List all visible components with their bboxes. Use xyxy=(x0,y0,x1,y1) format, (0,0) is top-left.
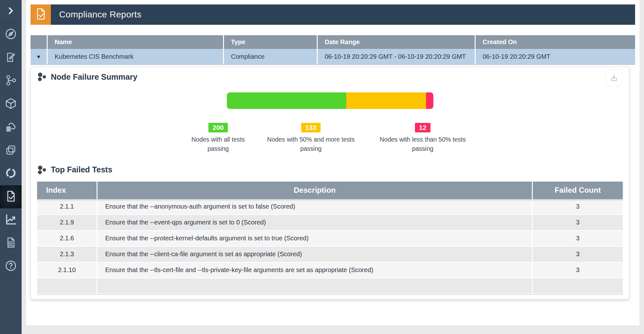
sidebar-nav xyxy=(0,0,22,334)
layers-icon xyxy=(5,144,17,157)
legend-label: Nodes with 50% and more tests passing xyxy=(260,135,362,154)
expander-column-header xyxy=(31,35,48,49)
sidebar-item-workloads[interactable] xyxy=(0,93,22,116)
description-cell: Ensure that the --tls-cert-file and --tl… xyxy=(98,263,533,278)
sidebar-item-metrics[interactable] xyxy=(0,209,22,232)
failed-test-row[interactable]: 2.1.9 Ensure that the --event-qps argume… xyxy=(37,215,623,231)
document-check-icon xyxy=(5,190,17,204)
failed-test-row[interactable]: 2.1.1 Ensure that the --anonymous-auth a… xyxy=(37,199,623,215)
sidebar-item-images[interactable] xyxy=(0,139,22,162)
cloud-database-icon xyxy=(5,121,17,134)
legend-value-badge: 12 xyxy=(415,123,430,132)
column-header-type: Type xyxy=(224,35,318,49)
sidebar-item-overview[interactable] xyxy=(0,23,22,46)
legend-item-passing: 200 Nodes with all tests passing xyxy=(190,123,247,154)
column-header-description: Description xyxy=(98,182,533,199)
chevron-right-icon xyxy=(6,6,15,17)
index-cell: 2.1.6 xyxy=(37,231,98,247)
report-summary-table: Name Type Date Range Created On ▼ Kubern… xyxy=(31,35,635,65)
document-edit-icon xyxy=(5,51,17,64)
cluster-hexagons-icon xyxy=(37,165,47,175)
bar-segment-partial xyxy=(346,92,426,109)
row-expander-toggle[interactable]: ▼ xyxy=(36,54,41,59)
compliance-header-tile xyxy=(31,4,51,25)
compass-icon xyxy=(5,28,17,41)
report-table-row[interactable]: ▼ Kubernetes CIS Benchmark Compliance 06… xyxy=(31,49,635,65)
legend-label: Nodes with less than 50% tests passing xyxy=(375,135,471,154)
sidebar-item-runtime[interactable] xyxy=(0,162,22,185)
report-type-cell: Compliance xyxy=(224,49,318,64)
sidebar-item-help[interactable] xyxy=(0,255,22,278)
cluster-hexagons-icon xyxy=(37,72,47,82)
section-title-text: Node Failure Summary xyxy=(51,72,137,82)
failed-tests-table-header: Index Description Failed Count xyxy=(37,182,623,199)
document-check-icon xyxy=(34,8,47,22)
help-icon xyxy=(5,260,17,273)
column-header-index: Index xyxy=(37,182,98,199)
column-header-name: Name xyxy=(48,35,224,49)
app-window: Compliance Reports Name Type Date Range … xyxy=(0,0,644,334)
report-date-range-cell: 06-10-19 20:20:29 GMT - 06-10-19 20:20:2… xyxy=(318,49,476,64)
download-icon xyxy=(610,74,618,83)
failed-count-cell: 3 xyxy=(533,199,623,215)
bar-segment-passing xyxy=(227,92,347,109)
top-failed-tests-section-title: Top Failed Tests xyxy=(37,165,623,175)
description-cell: Ensure that the --protect-kernel-default… xyxy=(98,231,533,247)
sidebar-item-policy-editor[interactable] xyxy=(0,46,22,70)
node-failure-stacked-bar xyxy=(227,92,433,109)
topology-icon xyxy=(5,75,17,87)
legend-item-failing: 12 Nodes with less than 50% tests passin… xyxy=(375,123,471,154)
failed-count-cell: 3 xyxy=(533,231,623,247)
checklist-icon xyxy=(5,237,17,250)
report-table-header: Name Type Date Range Created On xyxy=(31,35,635,49)
sidebar-item-reports[interactable] xyxy=(0,232,22,255)
sidebar-item-compliance[interactable] xyxy=(0,185,22,209)
failed-count-cell: 3 xyxy=(533,247,623,263)
index-cell: 2.1.9 xyxy=(37,215,98,231)
node-failure-summary-section-title: Node Failure Summary xyxy=(37,72,623,82)
cube-icon xyxy=(5,97,17,111)
index-cell: 2.1.10 xyxy=(37,263,98,278)
failed-tests-table: Index Description Failed Count 2.1.1 Ens… xyxy=(37,182,623,295)
section-title-text: Top Failed Tests xyxy=(51,165,112,174)
report-detail-panel: Node Failure Summary 200 Nodes with all … xyxy=(31,67,629,299)
failed-test-row[interactable]: 2.1.3 Ensure that the --client-ca-file a… xyxy=(37,247,623,263)
sidebar-item-topology[interactable] xyxy=(0,70,22,93)
column-header-date-range: Date Range xyxy=(318,35,476,49)
report-name-cell: Kubernetes CIS Benchmark xyxy=(48,49,224,64)
empty-row xyxy=(37,278,623,294)
sidebar-expand-button[interactable] xyxy=(0,0,22,23)
description-cell: Ensure that the --event-qps argument is … xyxy=(98,215,533,231)
index-cell: 2.1.3 xyxy=(37,247,98,263)
description-cell: Ensure that the --client-ca-file argumen… xyxy=(98,247,533,263)
column-header-created-on: Created On xyxy=(476,35,635,49)
page-title: Compliance Reports xyxy=(59,10,141,20)
failed-count-cell: 3 xyxy=(533,263,623,278)
legend-value-badge: 133 xyxy=(301,123,321,132)
legend-label: Nodes with all tests passing xyxy=(190,135,247,154)
column-header-failed-count: Failed Count xyxy=(533,182,623,199)
main-content: Compliance Reports Name Type Date Range … xyxy=(26,0,640,325)
sidebar-item-registry[interactable] xyxy=(0,116,22,139)
bar-segment-failing xyxy=(426,92,433,109)
failed-count-cell: 3 xyxy=(533,215,623,231)
index-cell: 2.1.1 xyxy=(37,199,98,215)
chart-line-icon xyxy=(5,213,17,227)
failed-test-row[interactable]: 2.1.6 Ensure that the --protect-kernel-d… xyxy=(37,231,623,247)
report-created-on-cell: 06-10-19 20:20:29 GMT xyxy=(476,49,635,64)
refresh-icon xyxy=(5,167,17,180)
description-cell: Ensure that the --anonymous-auth argumen… xyxy=(98,199,533,215)
failed-test-row[interactable]: 2.1.10 Ensure that the --tls-cert-file a… xyxy=(37,263,623,278)
node-failure-legend: 200 Nodes with all tests passing 133 Nod… xyxy=(37,123,623,154)
download-report-button[interactable] xyxy=(606,70,622,87)
legend-item-partial: 133 Nodes with 50% and more tests passin… xyxy=(260,123,362,154)
page-header: Compliance Reports xyxy=(31,4,635,25)
legend-value-badge: 200 xyxy=(208,123,228,132)
